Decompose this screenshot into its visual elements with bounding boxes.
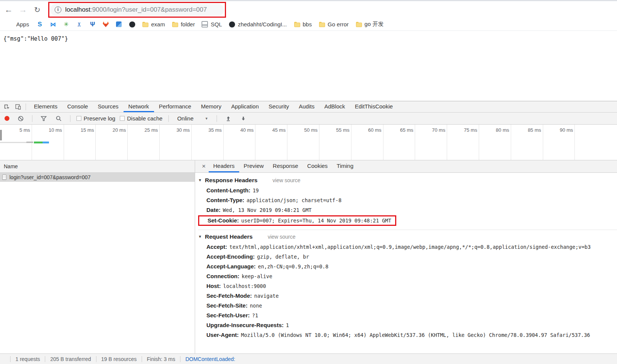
- details-tab[interactable]: Response: [268, 160, 303, 172]
- header-name: Upgrade-Insecure-Requests:: [206, 322, 284, 328]
- devtools-tab[interactable]: Elements: [29, 101, 63, 112]
- preserve-log-checkbox[interactable]: [76, 116, 81, 121]
- header-row: Sec-Fetch-User:?1: [198, 311, 617, 320]
- network-overview-timeline[interactable]: 5 ms10 ms15 ms20 ms25 ms30 ms35 ms40 ms4…: [0, 125, 617, 160]
- devtools-tab-bar: Elements Console Sources Network Perform…: [0, 101, 617, 113]
- url-host: localhost: [65, 6, 90, 13]
- import-har-icon[interactable]: [223, 114, 234, 123]
- bookmark-item[interactable]: Go error: [315, 20, 352, 29]
- throttling-dropdown[interactable]: Online ▼: [175, 115, 210, 122]
- overview-drag-handle[interactable]: [0, 130, 2, 140]
- preserve-log-toggle[interactable]: Preserve log: [76, 115, 115, 122]
- timeline-tick-label: 80 ms: [479, 125, 511, 160]
- details-tab-bar: × HeadersPreviewResponseCookiesTiming: [195, 160, 617, 173]
- close-icon[interactable]: ×: [199, 160, 209, 172]
- browser-toolbar: ← → ↻ i localhost:9000/login?user_id=007…: [0, 0, 617, 18]
- folder-icon: [294, 21, 300, 27]
- bookmark-item[interactable]: [86, 20, 99, 29]
- forward-icon[interactable]: →: [17, 3, 29, 16]
- apps-shortcut[interactable]: Apps: [4, 20, 32, 29]
- devtools-tab[interactable]: Performance: [154, 101, 196, 112]
- view-source-link[interactable]: view source: [273, 175, 301, 186]
- address-bar[interactable]: i localhost:9000/login?user_id=007&passw…: [50, 4, 224, 16]
- disclosure-triangle-icon[interactable]: ▼: [198, 175, 203, 186]
- gitlab-icon: [102, 21, 109, 27]
- details-tab[interactable]: Preview: [239, 160, 268, 172]
- devtools-tab[interactable]: Application: [226, 101, 264, 112]
- devtools-tab[interactable]: EditThisCookie: [350, 101, 398, 112]
- header-value: 19: [253, 187, 259, 193]
- inspect-element-icon[interactable]: [2, 102, 12, 111]
- search-icon[interactable]: [53, 114, 64, 123]
- device-toolbar-icon[interactable]: [13, 102, 23, 111]
- bookmark-item[interactable]: [112, 20, 125, 29]
- bookmark-item[interactable]: [73, 20, 86, 29]
- view-source-link[interactable]: view source: [268, 231, 296, 242]
- page-info-icon[interactable]: i: [55, 6, 61, 13]
- record-button[interactable]: [5, 116, 9, 121]
- bookmark-item[interactable]: zhedahht/CodingI...: [225, 20, 290, 29]
- devtools-tab[interactable]: Sources: [93, 101, 124, 112]
- header-row: Set-Cookie:userID=007; Expires=Thu, 14 N…: [198, 215, 396, 226]
- devtools-tab[interactable]: AdBlock: [319, 101, 350, 112]
- response-headers-list: Content-Length:19 Content-Type:applicati…: [198, 186, 617, 226]
- header-row: User-Agent:Mozilla/5.0 (Windows NT 10.0;…: [198, 330, 617, 340]
- response-headers-section[interactable]: ▼ Response Headers view source: [198, 175, 617, 186]
- column-header-name[interactable]: Name: [0, 160, 195, 173]
- header-value: localhost:9000: [223, 283, 266, 289]
- timeline-tick-label: 90 ms: [543, 125, 575, 160]
- reload-icon[interactable]: ↻: [31, 3, 44, 16]
- disclosure-triangle-icon[interactable]: ▼: [198, 231, 203, 242]
- devtools-tab[interactable]: Network: [124, 101, 154, 112]
- filter-icon[interactable]: [38, 114, 49, 123]
- bookmark-item[interactable]: bbs: [290, 20, 315, 29]
- devtools-tab[interactable]: Memory: [196, 101, 226, 112]
- bookmark-list: exam folder SQL zhedahht/CodingI... bbs: [33, 20, 387, 29]
- header-name: Accept:: [206, 244, 227, 250]
- disable-cache-checkbox[interactable]: [120, 116, 125, 121]
- timeline-tick-label: 55 ms: [319, 125, 351, 160]
- bookmark-item[interactable]: [46, 20, 60, 29]
- header-name: User-Agent:: [206, 332, 239, 338]
- folder-icon: [356, 21, 362, 27]
- bookmark-item[interactable]: [60, 20, 73, 29]
- bookmark-item[interactable]: [33, 20, 46, 29]
- request-headers-title: Request Headers: [205, 231, 253, 242]
- header-name: Connection:: [206, 273, 240, 279]
- timeline-tick-label: 65 ms: [383, 125, 415, 160]
- folder-icon: [142, 21, 148, 27]
- devtools-tab[interactable]: Audits: [294, 101, 319, 112]
- request-rows: login?user_id=007&password=007: [0, 173, 195, 182]
- details-tab[interactable]: Timing: [332, 160, 358, 172]
- header-name: Accept-Encoding:: [206, 253, 255, 260]
- details-tabs: HeadersPreviewResponseCookiesTiming: [209, 160, 358, 172]
- header-value: gzip, deflate, br: [257, 254, 309, 260]
- request-details-panel: × HeadersPreviewResponseCookiesTiming ▼ …: [195, 160, 617, 353]
- bookmark-item[interactable]: exam: [139, 20, 168, 29]
- devtools-tab[interactable]: Console: [63, 101, 93, 112]
- disable-cache-toggle[interactable]: Disable cache: [120, 115, 162, 122]
- headers-pane: ▼ Response Headers view source Content-L…: [195, 173, 617, 353]
- timeline-tick-label: 15 ms: [64, 125, 96, 160]
- bookmark-item[interactable]: SQL: [198, 20, 225, 29]
- bookmark-item[interactable]: go 开发: [352, 20, 387, 29]
- url-text[interactable]: localhost:9000/login?user_id=007&passwor…: [65, 6, 207, 14]
- devtools-tab[interactable]: Security: [264, 101, 294, 112]
- request-row[interactable]: login?user_id=007&password=007: [0, 173, 195, 182]
- details-tab[interactable]: Headers: [209, 160, 239, 172]
- header-name: Sec-Fetch-Site:: [206, 302, 247, 309]
- header-value: ?1: [252, 312, 258, 318]
- timeline-tick-label: 75 ms: [447, 125, 479, 160]
- bookmark-item[interactable]: [125, 20, 139, 29]
- waterfall-stalled-bar: [26, 142, 33, 143]
- bookmark-item[interactable]: [99, 20, 112, 29]
- github-icon: [129, 21, 135, 27]
- clear-icon[interactable]: [15, 114, 26, 123]
- header-name: Content-Length:: [206, 187, 250, 193]
- request-headers-section[interactable]: ▼ Request Headers view source: [198, 230, 617, 242]
- s-logo-icon: [37, 21, 43, 27]
- details-tab[interactable]: Cookies: [303, 160, 332, 172]
- bookmark-item[interactable]: folder: [168, 20, 199, 29]
- export-har-icon[interactable]: [238, 114, 249, 123]
- back-icon[interactable]: ←: [2, 3, 15, 16]
